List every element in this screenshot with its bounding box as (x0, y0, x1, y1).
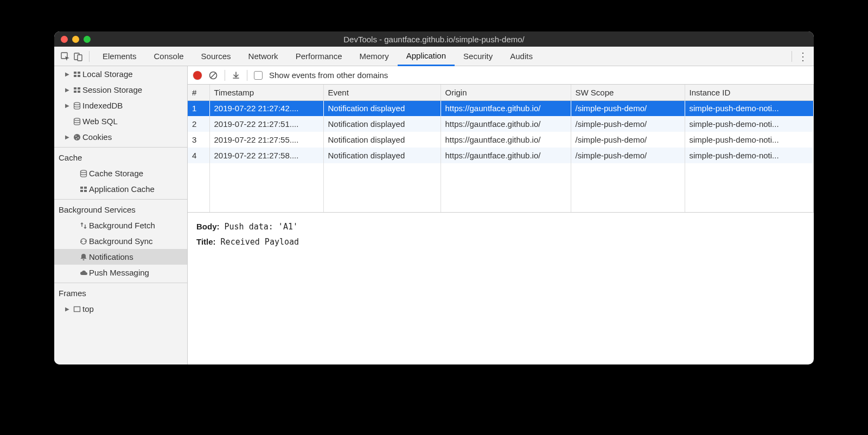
cell-scope: /simple-push-demo/ (571, 116, 685, 132)
show-other-domains-checkbox[interactable] (254, 71, 263, 80)
item-icon (72, 70, 82, 79)
group-title-bg: Background Services (54, 200, 187, 218)
svg-rect-23 (74, 306, 80, 311)
sidebar-item-background-fetch[interactable]: Background Fetch (54, 218, 187, 233)
cell-scope: /simple-push-demo/ (571, 148, 685, 163)
sidebar-item-cache-storage[interactable]: Cache Storage (54, 165, 187, 181)
sidebar-item-label: Push Messaging (89, 268, 149, 277)
item-icon (78, 221, 89, 230)
table-row[interactable]: 22019-07-22 21:27:51....Notification dis… (188, 116, 814, 132)
cell-instance: simple-push-demo-noti... (685, 132, 814, 148)
close-window-button[interactable] (61, 36, 68, 43)
sidebar-item-local-storage[interactable]: ▶Local Storage (54, 66, 187, 82)
col-header[interactable]: SW Scope (571, 85, 685, 100)
item-icon (78, 169, 89, 178)
cell-num: 3 (188, 132, 209, 148)
svg-rect-21 (84, 190, 87, 192)
cell-event: Notification displayed (323, 148, 441, 163)
sidebar-item-cookies[interactable]: ▶Cookies (54, 129, 187, 145)
item-icon (72, 101, 82, 110)
svg-point-14 (75, 136, 76, 137)
item-icon (72, 117, 82, 126)
sidebar-item-label: Local Storage (82, 69, 133, 79)
cell-scope: /simple-push-demo/ (571, 132, 685, 148)
tab-network[interactable]: Network (240, 47, 287, 66)
tab-console[interactable]: Console (145, 47, 193, 66)
cell-ts: 2019-07-22 21:27:51.... (209, 116, 323, 132)
sidebar-item-label: Session Storage (82, 85, 142, 94)
detail-body-value: Push data: 'A1' (225, 222, 298, 232)
svg-rect-3 (74, 72, 76, 74)
cell-instance: simple-push-demo-noti... (685, 116, 814, 132)
table-row[interactable]: 42019-07-22 21:27:58....Notification dis… (188, 148, 814, 163)
sidebar-item-top[interactable]: ▶top (54, 301, 187, 317)
cell-event: Notification displayed (323, 132, 441, 148)
item-icon (78, 185, 89, 194)
sidebar-item-push-messaging[interactable]: Push Messaging (54, 265, 187, 280)
clear-icon[interactable] (208, 71, 218, 80)
main-panel: Show events from other domains #Timestam… (188, 66, 814, 364)
sidebar-item-notifications[interactable]: Notifications (54, 249, 187, 265)
col-header[interactable]: Event (323, 85, 441, 100)
toolbar: Show events from other domains (188, 66, 814, 85)
tab-sources[interactable]: Sources (193, 47, 240, 66)
sidebar-item-application-cache[interactable]: Application Cache (54, 181, 187, 197)
sidebar-item-background-sync[interactable]: Background Sync (54, 233, 187, 249)
table-row[interactable]: 32019-07-22 21:27:55....Notification dis… (188, 132, 814, 148)
tab-audits[interactable]: Audits (501, 47, 541, 66)
table-filler (188, 163, 814, 212)
application-sidebar: ▶Local Storage▶Session Storage▶IndexedDB… (54, 66, 188, 364)
tab-memory[interactable]: Memory (351, 47, 398, 66)
sidebar-item-label: Web SQL (82, 117, 118, 126)
tab-application[interactable]: Application (398, 47, 455, 66)
expand-arrow-icon: ▶ (65, 306, 72, 312)
expand-arrow-icon: ▶ (65, 71, 72, 77)
minimize-window-button[interactable] (72, 36, 79, 43)
sidebar-item-web-sql[interactable]: Web SQL (54, 113, 187, 129)
record-button[interactable] (193, 71, 202, 80)
sidebar-item-session-storage[interactable]: ▶Session Storage (54, 82, 187, 98)
more-menu-icon[interactable]: ⋮ (796, 50, 809, 63)
cell-origin: https://gauntface.github.io/ (441, 116, 571, 132)
item-icon (72, 305, 82, 314)
device-toolbar-icon[interactable] (72, 52, 85, 61)
col-header[interactable]: Instance ID (685, 85, 814, 100)
svg-rect-5 (74, 75, 76, 77)
sidebar-item-indexeddb[interactable]: ▶IndexedDB (54, 98, 187, 113)
inspect-element-icon[interactable] (59, 52, 72, 61)
tab-performance[interactable]: Performance (287, 47, 351, 66)
cell-instance: simple-push-demo-noti... (685, 100, 814, 116)
svg-rect-6 (78, 75, 80, 77)
table-row[interactable]: 12019-07-22 21:27:42....Notification dis… (188, 100, 814, 116)
col-header[interactable]: Origin (441, 85, 571, 100)
svg-rect-10 (78, 91, 80, 93)
events-table: #TimestampEventOriginSW ScopeInstance ID… (188, 85, 814, 213)
item-icon (78, 253, 89, 261)
svg-rect-9 (74, 91, 76, 93)
maximize-window-button[interactable] (84, 36, 91, 43)
svg-point-16 (76, 138, 77, 139)
window-title: DevTools - gauntface.github.io/simple-pu… (343, 35, 525, 44)
detail-title-value: Received Payload (221, 237, 299, 247)
item-icon (72, 133, 82, 142)
detail-body-label: Body: (196, 222, 220, 231)
svg-rect-2 (78, 55, 82, 61)
svg-point-13 (74, 134, 80, 140)
item-icon (78, 268, 89, 277)
col-header[interactable]: # (188, 85, 209, 100)
svg-rect-22 (83, 259, 85, 260)
svg-rect-19 (84, 187, 87, 189)
tab-security[interactable]: Security (455, 47, 501, 66)
tab-elements[interactable]: Elements (94, 47, 145, 66)
svg-point-12 (74, 118, 80, 120)
expand-arrow-icon: ▶ (65, 87, 72, 93)
download-icon[interactable] (232, 71, 240, 80)
item-icon (78, 237, 89, 246)
group-title-frames: Frames (54, 283, 187, 301)
svg-rect-18 (80, 187, 83, 189)
cell-num: 1 (188, 100, 209, 116)
devtools-tabs: ElementsConsoleSourcesNetworkPerformance… (54, 47, 814, 66)
svg-point-11 (74, 102, 80, 104)
svg-rect-20 (80, 190, 83, 192)
col-header[interactable]: Timestamp (209, 85, 323, 100)
